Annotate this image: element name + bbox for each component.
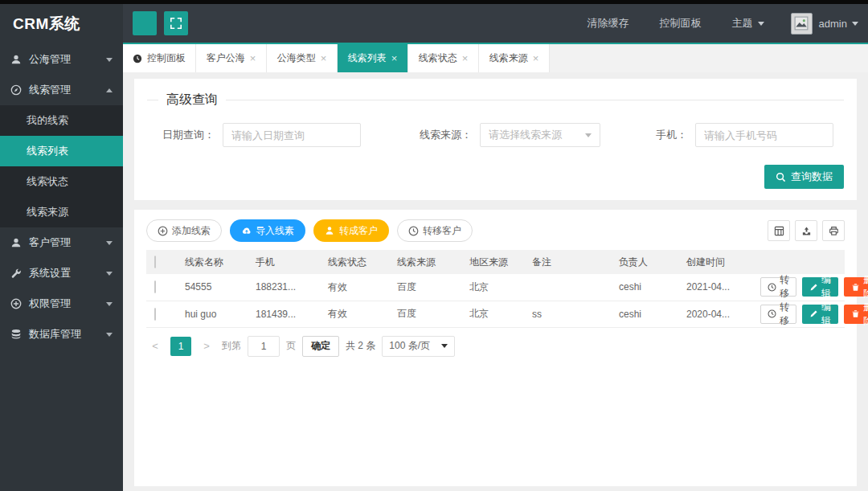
- col-owner: 负责人: [611, 250, 678, 274]
- sidebar-item-database[interactable]: 数据库管理: [0, 319, 123, 350]
- col-phone: 手机: [248, 250, 320, 274]
- delete-icon: [851, 283, 860, 292]
- table-row: 54555 188231... 有效 百度 北京 ceshi 2021-04..…: [146, 274, 845, 301]
- theme-dropdown[interactable]: 主题: [732, 16, 764, 31]
- import-leads-button[interactable]: 导入线素: [230, 219, 305, 242]
- total-count-label: 共 2 条: [346, 339, 375, 353]
- col-actions: [752, 250, 845, 274]
- collapse-menu-button[interactable]: [133, 11, 157, 35]
- sidebar-item-permissions[interactable]: 权限管理: [0, 288, 123, 319]
- tab-customer-sea[interactable]: 客户公海 ×: [196, 44, 267, 72]
- sidebar-item-lead-status[interactable]: 线索状态: [0, 166, 123, 197]
- search-icon: [776, 172, 786, 182]
- search-data-button[interactable]: 查询数据: [764, 165, 844, 189]
- delete-button[interactable]: 删除: [844, 305, 868, 324]
- tab-sea-type[interactable]: 公海类型 ×: [267, 44, 338, 72]
- lead-source-select[interactable]: 请选择线索来源: [480, 123, 600, 147]
- close-icon[interactable]: ×: [321, 53, 327, 63]
- transfer-button[interactable]: 转移: [760, 277, 796, 297]
- sidebar: CRM系统 公海管理 线索管理 我的线索 线索列表 线索状态 线索来源: [0, 4, 123, 491]
- col-lead-source: 线索来源: [389, 250, 461, 274]
- print-icon: [829, 226, 839, 236]
- col-lead-status: 线索状态: [320, 250, 389, 274]
- edit-icon: [809, 283, 818, 292]
- row-checkbox[interactable]: [154, 308, 156, 321]
- close-icon[interactable]: ×: [533, 53, 539, 63]
- chevron-down-icon: [106, 58, 113, 62]
- lead-source-label: 线索来源：: [406, 128, 472, 142]
- next-page-button[interactable]: >: [198, 337, 215, 356]
- export-button[interactable]: [795, 220, 817, 241]
- edit-button[interactable]: 编辑: [802, 277, 838, 297]
- phone-input[interactable]: [695, 123, 833, 147]
- edit-button[interactable]: 编辑: [802, 305, 838, 324]
- database-icon: [10, 329, 22, 340]
- table-header-row: 线索名称 手机 线索状态 线索来源 地区来源 备注 负责人 创建时间: [146, 250, 845, 274]
- user-icon: [10, 237, 22, 248]
- page-number-current[interactable]: 1: [170, 337, 191, 356]
- app-title: CRM系统: [0, 4, 123, 44]
- clock-icon: [133, 54, 142, 63]
- table-row: hui guo 181439... 有效 百度 北京 ss ceshi 2020…: [146, 301, 845, 327]
- select-all-checkbox[interactable]: [154, 256, 156, 268]
- tab-lead-source[interactable]: 线索来源 ×: [479, 44, 550, 72]
- chevron-up-icon: [106, 88, 113, 92]
- tab-lead-status[interactable]: 线索状态 ×: [408, 44, 479, 72]
- print-button[interactable]: [822, 220, 845, 241]
- transfer-customer-button[interactable]: 转移客户: [397, 219, 473, 242]
- chevron-down-icon: [852, 22, 858, 26]
- cloud-upload-icon: [241, 226, 252, 236]
- chevron-down-icon: [106, 241, 113, 245]
- chevron-down-icon: [758, 22, 764, 26]
- wrench-icon: [10, 268, 22, 279]
- prev-page-button[interactable]: <: [146, 337, 164, 356]
- sidebar-item-public-sea[interactable]: 公海管理: [0, 44, 123, 75]
- page-size-select[interactable]: 100 条/页: [382, 336, 455, 357]
- sidebar-item-lead-list[interactable]: 线索列表: [0, 136, 123, 166]
- sidebar-item-leads[interactable]: 线索管理: [0, 75, 123, 105]
- close-icon[interactable]: ×: [462, 53, 469, 63]
- lead-table: 线索名称 手机 线索状态 线索来源 地区来源 备注 负责人 创建时间: [146, 250, 845, 328]
- goto-page-suffix: 页: [286, 339, 296, 353]
- sidebar-item-customers[interactable]: 客户管理: [0, 227, 123, 258]
- sidebar-item-my-leads[interactable]: 我的线索: [0, 105, 123, 136]
- control-panel-link[interactable]: 控制面板: [660, 16, 702, 31]
- close-icon[interactable]: ×: [391, 53, 398, 63]
- tab-control-panel[interactable]: 控制面板: [123, 44, 196, 72]
- tab-lead-list[interactable]: 线索列表 ×: [338, 44, 408, 72]
- add-lead-button[interactable]: 添加线索: [146, 219, 222, 242]
- convert-customer-button[interactable]: 转成客户: [313, 219, 389, 242]
- delete-button[interactable]: 删除: [844, 277, 868, 297]
- top-header: 清除缓存 控制面板 主题 admin: [123, 4, 868, 44]
- chevron-down-icon: [585, 133, 592, 137]
- phone-label: 手机：: [639, 128, 687, 142]
- tab-bar: 控制面板 客户公海 × 公海类型 × 线索列表 × 线索状态 × 线索来源 ×: [123, 44, 868, 72]
- edit-icon: [809, 309, 818, 318]
- user-avatar[interactable]: [791, 13, 813, 35]
- goto-page-input[interactable]: [248, 336, 280, 357]
- export-icon: [801, 226, 812, 236]
- sidebar-item-settings[interactable]: 系统设置: [0, 258, 123, 288]
- col-created-time: 创建时间: [678, 250, 752, 274]
- chevron-down-icon: [441, 344, 448, 348]
- user-icon: [10, 54, 22, 65]
- row-checkbox[interactable]: [154, 280, 156, 293]
- toggle-columns-button[interactable]: [768, 220, 790, 241]
- goto-confirm-button[interactable]: 确定: [302, 336, 339, 357]
- user-menu[interactable]: admin: [819, 18, 858, 30]
- transfer-button[interactable]: 转移: [760, 305, 796, 324]
- lead-table-panel: 添加线索 导入线素 转成客户: [134, 210, 857, 486]
- date-query-label: 日期查询：: [149, 128, 215, 142]
- fullscreen-icon: [170, 17, 182, 30]
- date-query-input[interactable]: [223, 123, 361, 147]
- clear-cache-link[interactable]: 清除缓存: [588, 16, 629, 31]
- col-remark: 备注: [524, 250, 611, 274]
- col-region-source: 地区来源: [461, 250, 524, 274]
- fullscreen-button[interactable]: [164, 11, 188, 35]
- leads-submenu: 我的线索 线索列表 线索状态 线索来源: [0, 105, 123, 227]
- col-lead-name: 线索名称: [177, 250, 248, 274]
- close-icon[interactable]: ×: [250, 53, 256, 63]
- goto-page-prefix: 到第: [222, 339, 241, 353]
- sidebar-item-lead-source[interactable]: 线索来源: [0, 197, 123, 227]
- plus-circle-icon: [158, 226, 168, 236]
